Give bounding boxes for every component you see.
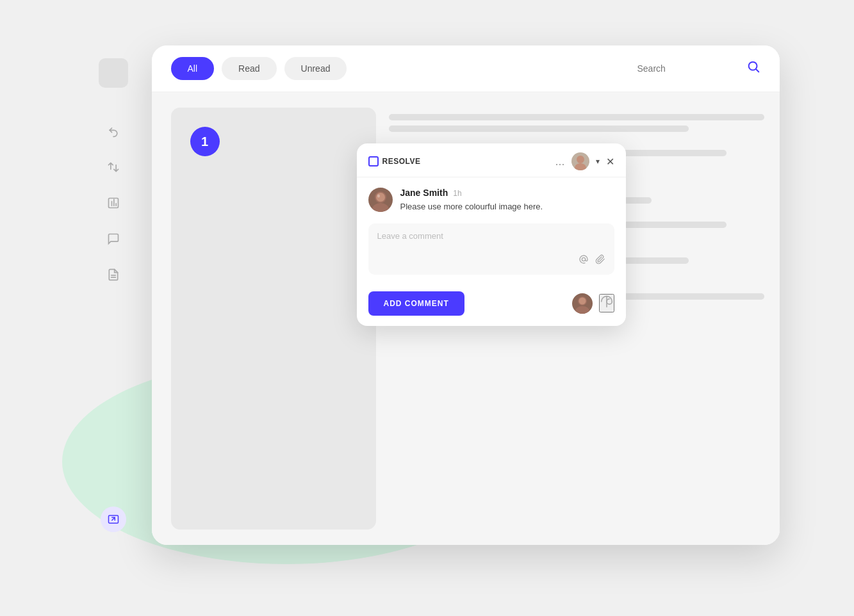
comment-text: Please use more colourful image here. bbox=[400, 200, 614, 213]
add-comment-button[interactable]: ADD COMMENT bbox=[368, 291, 464, 316]
reply-area: Leave a comment bbox=[368, 223, 614, 275]
skeleton-group-1 bbox=[389, 114, 764, 137]
mention-button[interactable] bbox=[579, 254, 589, 267]
tab-read[interactable]: Read bbox=[222, 57, 276, 80]
top-bar: All Read Unread bbox=[152, 45, 780, 92]
sidebar-avatar bbox=[99, 58, 128, 88]
search-container bbox=[637, 60, 760, 77]
main-window: All Read Unread 1 bbox=[152, 45, 780, 545]
attach-button[interactable] bbox=[595, 254, 605, 267]
image-panel: 1 bbox=[171, 108, 376, 530]
footer-right bbox=[572, 293, 614, 314]
chevron-button[interactable]: ▾ bbox=[596, 157, 600, 166]
sidebar-icon-chart[interactable] bbox=[102, 191, 125, 215]
popup-header-right: ... ▾ ✕ bbox=[555, 152, 614, 170]
sidebar-icon-comment[interactable] bbox=[102, 227, 125, 250]
window-content: 1 bbox=[152, 92, 780, 545]
reply-placeholder: Leave a comment bbox=[377, 231, 605, 241]
popup-header: RESOLVE ... ▾ ✕ bbox=[357, 143, 626, 177]
sidebar-icon-document[interactable] bbox=[102, 263, 125, 286]
comment-time: 1h bbox=[453, 189, 461, 198]
close-button[interactable]: ✕ bbox=[606, 156, 614, 168]
svg-point-12 bbox=[575, 306, 589, 314]
user-avatar-header bbox=[571, 152, 589, 170]
resolve-checkbox bbox=[368, 156, 379, 166]
comment-author-row: Jane Smith 1h bbox=[400, 188, 614, 198]
comment-body: Jane Smith 1h Please use more colourful … bbox=[357, 177, 626, 223]
resolve-button[interactable]: RESOLVE bbox=[368, 156, 421, 166]
svg-point-4 bbox=[577, 156, 584, 163]
svg-point-10 bbox=[582, 257, 585, 261]
sidebar-icon-sort[interactable] bbox=[102, 156, 125, 179]
comment-author-name: Jane Smith bbox=[400, 188, 448, 198]
resolve-label: RESOLVE bbox=[382, 157, 421, 166]
sidebar-icon-export[interactable] bbox=[101, 507, 126, 532]
svg-point-9 bbox=[377, 195, 380, 198]
search-icon-button[interactable] bbox=[746, 60, 760, 77]
notification-button[interactable] bbox=[599, 294, 614, 312]
badge-number: 1 bbox=[190, 127, 220, 156]
comment-content: Jane Smith 1h Please use more colourful … bbox=[400, 188, 614, 213]
reply-icons bbox=[377, 254, 605, 267]
skeleton-line bbox=[389, 114, 764, 120]
svg-point-7 bbox=[372, 203, 389, 212]
reply-input-box: Leave a comment bbox=[368, 223, 614, 275]
sidebar-icon-back[interactable] bbox=[102, 120, 125, 143]
search-input[interactable] bbox=[637, 63, 740, 74]
svg-point-8 bbox=[376, 193, 385, 202]
popup-footer: ADD COMMENT bbox=[357, 284, 626, 326]
scene: All Read Unread 1 bbox=[75, 33, 780, 583]
svg-point-5 bbox=[575, 163, 586, 170]
window-inner: All Read Unread 1 bbox=[152, 45, 780, 545]
tab-unread[interactable]: Unread bbox=[284, 57, 347, 80]
more-options-button[interactable]: ... bbox=[555, 155, 564, 168]
sidebar bbox=[75, 45, 152, 545]
comment-popup: RESOLVE ... ▾ ✕ bbox=[357, 143, 626, 326]
footer-avatar bbox=[572, 293, 593, 314]
skeleton-line bbox=[389, 126, 689, 132]
svg-point-13 bbox=[579, 297, 586, 304]
tab-all[interactable]: All bbox=[171, 57, 215, 80]
comment-author-avatar bbox=[368, 188, 393, 212]
